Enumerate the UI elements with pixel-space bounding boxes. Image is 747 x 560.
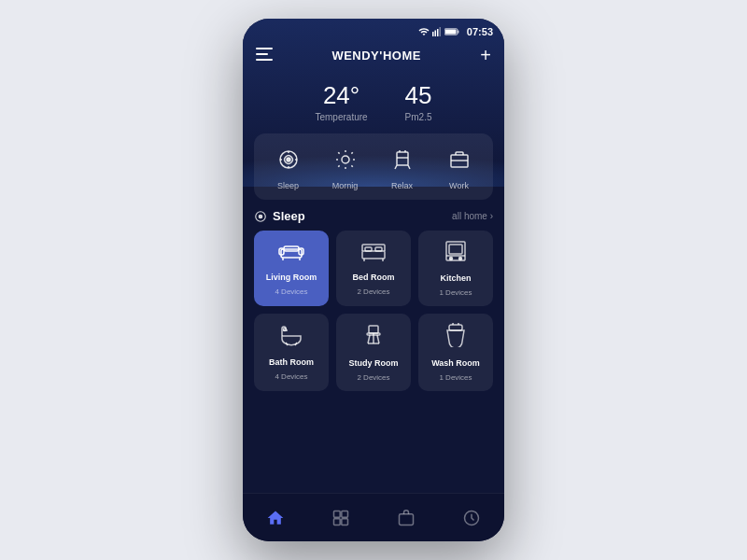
room-kitchen-devices: 1 Devices [439, 288, 472, 297]
nav-home[interactable] [266, 509, 285, 527]
svg-rect-35 [369, 326, 378, 333]
room-kitchen-name: Kitchen [440, 273, 471, 283]
svg-rect-44 [334, 518, 341, 525]
svg-point-33 [459, 258, 462, 260]
all-home-link[interactable]: all home › [452, 211, 493, 221]
svg-rect-6 [445, 30, 457, 35]
room-bedroom-devices: 2 Devices [357, 287, 389, 296]
svg-point-17 [259, 215, 262, 218]
room-bedroom-name: Bed Room [353, 273, 395, 282]
scene-work-label: Work [449, 181, 469, 190]
room-washroom-devices: 1 Devices [439, 373, 472, 382]
nav-clock[interactable] [462, 509, 481, 527]
scene-sleep-label: Sleep [277, 181, 299, 190]
app-header: WENDY'HOME + [243, 41, 504, 74]
bed-icon [360, 241, 387, 267]
section-header: Sleep all home › [254, 209, 493, 223]
menu-icon[interactable] [256, 48, 273, 64]
battery-icon [444, 27, 459, 36]
room-study-name: Study Room [349, 358, 399, 368]
rooms-grid: Living Room 4 Devices Bed Room 2 Dev [254, 231, 493, 391]
scene-section: Sleep Mornig Relax [254, 133, 493, 200]
section-title-wrap: Sleep [254, 209, 305, 223]
svg-rect-30 [449, 245, 462, 254]
svg-rect-13 [397, 152, 408, 165]
svg-point-32 [450, 258, 453, 260]
svg-rect-41 [449, 325, 462, 330]
pm25-label: Pm2.5 [405, 112, 432, 122]
room-kitchen[interactable]: Kitchen 1 Devices [418, 231, 493, 306]
bag-nav-icon [397, 509, 416, 527]
svg-rect-26 [375, 247, 382, 251]
clock-nav-icon [462, 509, 481, 527]
room-living[interactable]: Living Room 4 Devices [254, 231, 329, 306]
temperature-value: 24° [315, 81, 367, 110]
svg-rect-5 [458, 30, 459, 33]
scene-relax[interactable]: Relax [386, 143, 419, 190]
sleep-section-icon [254, 210, 267, 223]
nav-bag[interactable] [397, 509, 416, 527]
work-icon [443, 143, 476, 176]
svg-line-38 [377, 335, 379, 343]
status-time: 07:53 [467, 26, 493, 37]
sofa-icon [278, 241, 304, 267]
scene-morning[interactable]: Mornig [329, 143, 362, 190]
home-nav-icon [266, 509, 285, 527]
room-bedroom[interactable]: Bed Room 2 Devices [336, 231, 411, 306]
room-bathroom-devices: 4 Devices [275, 372, 307, 381]
svg-rect-2 [437, 29, 439, 36]
status-bar: 07:53 [243, 19, 504, 41]
bottom-nav [243, 493, 504, 541]
svg-point-12 [342, 156, 349, 163]
room-bathroom-name: Bath Room [269, 357, 314, 367]
grid-nav-icon [331, 509, 350, 527]
pm25-value: 45 [405, 81, 432, 110]
wifi-icon [418, 26, 430, 37]
sleep-icon [272, 143, 305, 176]
section-title: Sleep [273, 209, 305, 223]
svg-line-37 [368, 335, 370, 343]
app-title: WENDY'HOME [331, 49, 420, 63]
temperature-label: Temperature [315, 112, 367, 122]
scene-work[interactable]: Work [443, 143, 476, 190]
add-button[interactable]: + [480, 45, 491, 66]
svg-rect-24 [362, 251, 385, 259]
scene-morning-label: Mornig [332, 181, 359, 190]
room-section: Sleep all home › Living Room [243, 200, 504, 395]
signal-icon [432, 26, 442, 37]
svg-rect-8 [256, 53, 268, 55]
morning-icon [329, 143, 362, 176]
scene-sleep[interactable]: Sleep [272, 143, 305, 190]
svg-rect-43 [342, 511, 348, 517]
scene-relax-label: Relax [391, 181, 413, 190]
temperature-widget: 24° Temperature [315, 81, 367, 122]
room-washroom[interactable]: Wash Room 1 Devices [418, 314, 493, 391]
room-study-devices: 2 Devices [357, 373, 389, 382]
room-study[interactable]: Study Room 2 Devices [336, 314, 411, 391]
relax-icon [386, 143, 419, 176]
svg-rect-7 [256, 48, 273, 49]
svg-point-11 [287, 158, 290, 161]
pm25-widget: 45 Pm2.5 [405, 81, 432, 122]
room-living-devices: 4 Devices [275, 287, 307, 296]
study-icon [361, 323, 386, 353]
svg-rect-46 [400, 513, 414, 525]
svg-rect-0 [432, 32, 434, 36]
svg-rect-42 [334, 511, 341, 517]
nav-grid[interactable] [331, 509, 350, 527]
svg-rect-3 [439, 27, 441, 36]
toilet-icon [444, 323, 467, 353]
room-washroom-name: Wash Room [431, 358, 480, 368]
svg-rect-1 [434, 31, 436, 37]
svg-rect-45 [342, 518, 348, 525]
bath-icon [278, 324, 304, 352]
svg-rect-9 [256, 59, 273, 61]
room-living-name: Living Room [266, 273, 317, 282]
weather-section: 24° Temperature 45 Pm2.5 [243, 74, 504, 133]
svg-rect-25 [365, 247, 372, 251]
kitchen-icon [444, 240, 468, 268]
room-bathroom[interactable]: Bath Room 4 Devices [254, 314, 329, 391]
